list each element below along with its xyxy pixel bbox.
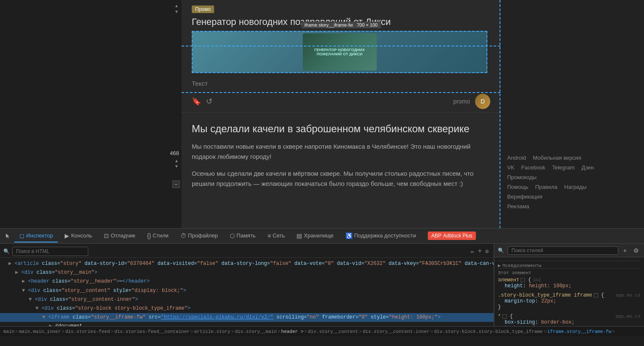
save-icon[interactable]: 🔖 <box>192 97 201 106</box>
inspector-icon: ◻ <box>19 232 24 239</box>
story-footer: 🔖 ↺ promo D <box>182 90 500 112</box>
html-inspector-panel[interactable]: 🔍 ✏ + ⚙ ▶ <article class="story" data-st… <box>0 244 494 326</box>
add-style-btn[interactable]: + <box>476 247 484 256</box>
selection-right-line <box>500 0 500 228</box>
left-scroll-panel: ▲ ▼ 468 ▲ ▼ − <box>0 0 182 228</box>
tab-memory[interactable]: ⬡ Память <box>225 230 261 242</box>
breadcrumb-stories-container[interactable]: div.stories-feed__container <box>114 329 190 334</box>
rule2-source: app.mo.cs <box>616 314 641 319</box>
breadcrumb-main[interactable]: main <box>3 329 14 334</box>
sidebar-link-facebook[interactable]: Facebook <box>521 164 545 171</box>
breadcrumb-bar: main > main.main_inner > div.stories-fee… <box>0 326 644 336</box>
sidebar-link-vk[interactable]: VK <box>507 164 514 171</box>
sidebar-links-container: Android Мобильная версия VK Facebook Tel… <box>507 155 637 210</box>
adblock-btn[interactable]: ABP Adblock Plus <box>428 232 476 240</box>
sidebar-row-5: Верификация <box>507 193 637 200</box>
page-preview: Промо Генератор новогодних поздравлений … <box>182 0 500 228</box>
html-line-header: ▶ <header class="story__header">⋯</heade… <box>0 277 494 286</box>
tab-network[interactable]: ≡ Сеть <box>262 230 290 242</box>
pseudo-toggle[interactable]: ▶ Псевдоэлементы <box>498 263 641 268</box>
scroll-down-arrow2[interactable]: ▼ <box>173 164 180 168</box>
style-check-icon <box>521 278 525 282</box>
sidebar-link-help[interactable]: Помощь <box>507 184 528 190</box>
selection-top-line <box>182 46 500 46</box>
styles-panel-wrapper: 🔍 + ⚙ ▶ Псевдоэлементы Этот элемент <box>494 244 644 326</box>
sidebar-link-ads[interactable]: Реклама <box>507 203 529 210</box>
breadcrumb-content-inner[interactable]: div.story__content-inner <box>363 329 429 334</box>
sidebar-link-verify[interactable]: Верификация <box>507 193 542 200</box>
scroll-up-arrow[interactable]: ▲ <box>173 3 180 8</box>
promo-footer-label: promo <box>453 98 470 105</box>
breadcrumb-article-story[interactable]: article.story <box>194 329 231 334</box>
tab-profiler-label: Профайлер <box>188 232 218 239</box>
breadcrumb-story-main[interactable]: div.story__main <box>235 329 277 334</box>
html-line-iframe[interactable]: ▼ <iframe class="story__iframe-fw" src="… <box>0 313 494 322</box>
tab-inspector[interactable]: ◻ Инспектор <box>14 230 58 242</box>
sidebar-link-promo[interactable]: Промокоды <box>507 174 537 180</box>
sidebar-link-telegram[interactable]: Telegram <box>552 164 574 171</box>
breadcrumb-main-inner[interactable]: main.main_inner <box>19 329 61 334</box>
tab-console[interactable]: ▶ Консоль <box>60 230 97 242</box>
rule2-checkbox[interactable] <box>503 313 508 319</box>
tab-accessibility[interactable]: ♿ Поддержка доступности <box>340 230 421 242</box>
styles-panel-icon[interactable]: ✏ <box>469 246 476 256</box>
tab-adblock[interactable]: ABP Adblock Plus <box>423 229 481 243</box>
tab-debugger[interactable]: ⊡ Отладчик <box>99 230 140 242</box>
right-sidebar: Android Мобильная версия VK Facebook Tel… <box>500 0 644 228</box>
tab-inspector-label: Инспектор <box>26 232 53 239</box>
breadcrumb-stories-feed[interactable]: div.stories-feed <box>65 329 110 334</box>
html-line-story-content: ▼ <div class="story__content" style="dis… <box>0 286 494 295</box>
style-source-inline: inl <box>533 278 541 283</box>
sidebar-link-awards[interactable]: Награды <box>564 184 587 190</box>
debugger-icon: ⊡ <box>104 232 109 239</box>
tab-cursor-tool[interactable] <box>3 230 13 242</box>
rule2-prop1: box-sizing: border-box; <box>498 319 641 325</box>
text-label: Текст <box>182 76 500 90</box>
breadcrumb-iframe[interactable]: iframe.story__iframe-fw <box>547 329 611 334</box>
add-style-rule-btn[interactable]: + <box>622 246 628 255</box>
sidebar-link-mobile[interactable]: Мобильная версия <box>533 155 581 161</box>
more-styles-btn[interactable]: ⚙ <box>632 246 641 255</box>
sidebar-link-android[interactable]: Android <box>507 155 526 161</box>
inline-style-prop: height: height: 100px; <box>498 283 641 289</box>
style-checkbox1[interactable] <box>521 277 526 283</box>
iframe-image: ГЕНЕРАТОР НОВОГОДНИХ ПОЖЕЛАНИЙ ОТ ДИКСИ <box>303 33 377 71</box>
promo-area: Промо Генератор новогодних поздравлений … <box>182 0 500 73</box>
scroll-count: 468 <box>170 150 179 156</box>
tab-storage-label: Хранилище <box>304 232 333 239</box>
story-card-2: Мы сделали качели в заброшенном челябинс… <box>182 113 500 201</box>
iframe-inner: ГЕНЕРАТОР НОВОГОДНИХ ПОЖЕЛАНИЙ ОТ ДИКСИ <box>193 32 486 72</box>
sidebar-link-dzen[interactable]: Дзен <box>582 164 594 171</box>
inline-style-section: элемент { inl height: height: 100px; <box>498 277 641 289</box>
rule2-selector: * <box>498 313 501 319</box>
iframe-element: ГЕНЕРАТОР НОВОГОДНИХ ПОЖЕЛАНИЙ ОТ ДИКСИ <box>192 31 487 73</box>
console-icon: ▶ <box>65 232 69 239</box>
element-label: Этот элемент <box>498 268 641 277</box>
html-line-story-block: ▼ <div class="story-block story-block_ty… <box>0 304 494 313</box>
html-search-input[interactable] <box>12 247 88 256</box>
tab-memory-label: Память <box>236 232 255 239</box>
rule1-checkbox[interactable] <box>594 292 599 298</box>
sidebar-row-1: Android Мобильная версия <box>507 155 637 161</box>
styles-toolbar: 🔍 + ⚙ <box>495 244 644 257</box>
sidebar-row-2: VK Facebook Telegram Дзен <box>507 164 637 171</box>
tab-console-label: Консоль <box>71 232 92 239</box>
breadcrumb-header-arrow[interactable]: header > <box>281 329 304 334</box>
zoom-minus-btn[interactable]: − <box>172 180 180 188</box>
more-options-btn[interactable]: ⚙ <box>484 247 490 256</box>
breadcrumb-story-block[interactable]: div.story-block.story-block_type_iframe <box>434 329 543 334</box>
sidebar-link-rules[interactable]: Правила <box>535 184 557 190</box>
scroll-down-arrow1[interactable]: ▼ <box>173 9 180 14</box>
devtools-panel: ◻ Инспектор ▶ Консоль ⊡ Отладчик {} Стил… <box>0 228 644 346</box>
element-label-text: Этот элемент <box>498 270 531 275</box>
share-icon[interactable]: ↺ <box>206 97 212 106</box>
tab-profiler[interactable]: ⏱ Профайлер <box>175 230 223 242</box>
tab-styles[interactable]: {} Стили <box>142 230 174 242</box>
tab-storage[interactable]: ▤ Хранилище <box>291 230 338 242</box>
search-styles-icon: 🔍 <box>498 248 504 253</box>
styles-search-input[interactable] <box>508 246 618 255</box>
rule1-prop: margin-top: 22px; <box>498 298 641 304</box>
styles-icon: {} <box>147 232 151 239</box>
scroll-up-arrow2[interactable]: ▲ <box>173 158 180 163</box>
breadcrumb-story-content[interactable]: div.story__content <box>308 329 358 334</box>
